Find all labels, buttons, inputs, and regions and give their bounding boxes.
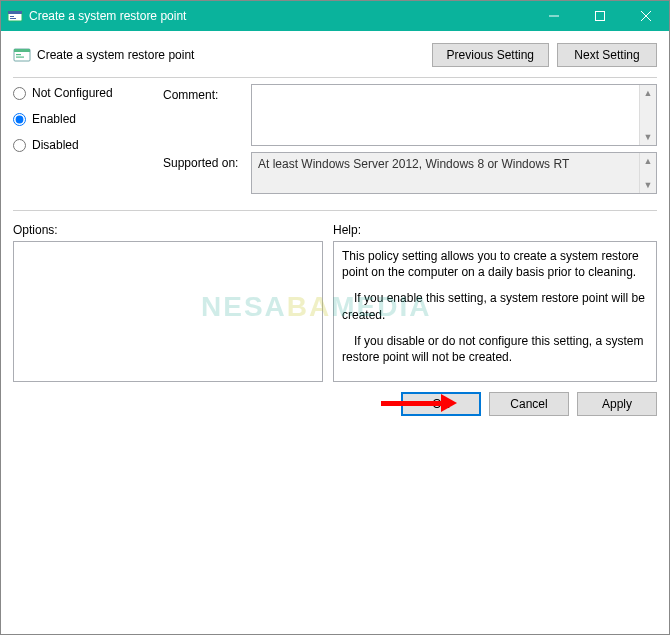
maximize-button[interactable]: [577, 1, 623, 31]
supported-value: At least Windows Server 2012, Windows 8 …: [252, 153, 639, 193]
window-controls: [531, 1, 669, 31]
scroll-down-icon: ▼: [644, 177, 653, 193]
radio-disabled[interactable]: Disabled: [13, 138, 153, 152]
app-icon: [7, 8, 23, 24]
window-title: Create a system restore point: [29, 9, 531, 23]
radio-enabled[interactable]: Enabled: [13, 112, 153, 126]
minimize-button[interactable]: [531, 1, 577, 31]
radio-not-configured[interactable]: Not Configured: [13, 86, 153, 100]
svg-rect-11: [16, 57, 24, 58]
annotation-arrow-icon: [381, 394, 457, 412]
svg-rect-5: [596, 12, 605, 21]
help-text: If you enable this setting, a system res…: [342, 290, 648, 322]
options-label: Options:: [13, 223, 323, 237]
separator: [13, 77, 657, 78]
next-setting-button[interactable]: Next Setting: [557, 43, 657, 67]
separator: [13, 210, 657, 211]
lower-area: Options: Help: This policy setting allow…: [1, 217, 669, 382]
radio-enabled-input[interactable]: [13, 113, 26, 126]
scrollbar[interactable]: ▲ ▼: [639, 85, 656, 145]
policy-icon: [13, 46, 31, 64]
radio-label: Disabled: [32, 138, 79, 152]
help-label: Help:: [333, 223, 657, 237]
svg-rect-3: [10, 18, 16, 19]
policy-title: Create a system restore point: [37, 48, 194, 62]
radio-not-configured-input[interactable]: [13, 87, 26, 100]
svg-rect-1: [8, 11, 22, 14]
help-text: This policy setting allows you to create…: [342, 248, 648, 280]
close-button[interactable]: [623, 1, 669, 31]
previous-setting-button[interactable]: Previous Setting: [432, 43, 549, 67]
comment-box[interactable]: ▲ ▼: [251, 84, 657, 146]
scroll-up-icon: ▲: [644, 85, 653, 101]
supported-box: At least Windows Server 2012, Windows 8 …: [251, 152, 657, 194]
comment-input[interactable]: [252, 85, 639, 145]
titlebar: Create a system restore point: [1, 1, 669, 31]
footer: OK Cancel Apply: [1, 382, 669, 428]
apply-button[interactable]: Apply: [577, 392, 657, 416]
scroll-up-icon: ▲: [644, 153, 653, 169]
help-panel[interactable]: This policy setting allows you to create…: [333, 241, 657, 382]
radio-label: Enabled: [32, 112, 76, 126]
svg-rect-9: [14, 49, 30, 52]
scroll-down-icon: ▼: [644, 129, 653, 145]
radio-disabled-input[interactable]: [13, 139, 26, 152]
config-area: Not Configured Enabled Disabled Comment:…: [1, 84, 669, 204]
help-text: If you disable or do not configure this …: [342, 333, 648, 365]
radio-label: Not Configured: [32, 86, 113, 100]
cancel-button[interactable]: Cancel: [489, 392, 569, 416]
options-panel[interactable]: [13, 241, 323, 382]
comment-label: Comment:: [163, 84, 251, 102]
svg-rect-2: [10, 16, 14, 17]
supported-label: Supported on:: [163, 152, 251, 170]
header-row: Create a system restore point Previous S…: [1, 31, 669, 71]
scrollbar[interactable]: ▲ ▼: [639, 153, 656, 193]
svg-rect-10: [16, 54, 21, 55]
state-radio-group: Not Configured Enabled Disabled: [13, 84, 153, 200]
